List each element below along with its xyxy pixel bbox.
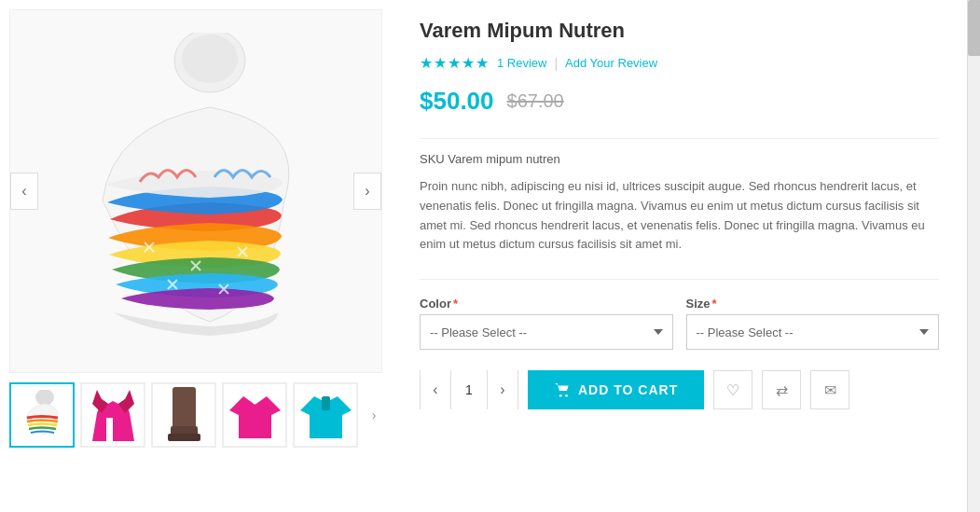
image-section: ‹ <box>0 0 392 512</box>
size-label: Size* <box>686 297 940 311</box>
add-review-link[interactable]: Add Your Review <box>565 56 657 70</box>
thumb-polo-icon <box>300 392 352 438</box>
thumbnails-next-button[interactable]: › <box>366 382 382 448</box>
options-row: Color* -- Please Select -- Red Blue Gree… <box>420 297 939 350</box>
thumbnail-3[interactable] <box>151 382 216 448</box>
svg-point-1 <box>182 35 238 83</box>
star-rating: ★★★★★ <box>420 54 490 72</box>
color-select[interactable]: -- Please Select -- Red Blue Green White <box>420 314 673 350</box>
size-select[interactable]: -- Please Select -- S M L XL <box>686 314 940 350</box>
thumbnail-strip: › <box>9 382 382 448</box>
compare-icon: ⇄ <box>776 381 788 399</box>
quantity-input[interactable] <box>450 370 488 409</box>
sku-row: SKU Varem mipum nutren <box>420 152 939 166</box>
divider-1 <box>420 138 939 139</box>
current-price: $50.00 <box>420 87 494 116</box>
next-image-button[interactable]: › <box>353 173 381 210</box>
cart-icon <box>554 382 571 397</box>
qty-decrease-button[interactable]: ‹ <box>421 370 450 409</box>
thumb-jacket-icon <box>92 390 134 441</box>
product-details-section: Varem Mipum Nutren ★★★★★ 1 Review | Add … <box>392 0 967 512</box>
thumbnail-2[interactable] <box>80 382 145 448</box>
thumbnail-4[interactable] <box>222 382 287 448</box>
scrollbar[interactable] <box>967 0 980 512</box>
product-main-image <box>47 33 345 350</box>
review-separator: | <box>554 56 558 71</box>
add-to-cart-button[interactable]: ADD TO CART <box>528 370 704 409</box>
wishlist-icon: ♡ <box>726 381 739 399</box>
product-description: Proin nunc nibh, adipiscing eu nisi id, … <box>420 177 939 255</box>
product-title: Varem Mipum Nutren <box>420 19 939 43</box>
svg-point-17 <box>559 394 562 397</box>
svg-rect-16 <box>322 396 330 410</box>
thumb-shirt-icon <box>229 392 281 438</box>
rating-row: ★★★★★ 1 Review | Add Your Review <box>420 54 939 72</box>
review-count[interactable]: 1 Review <box>497 56 546 70</box>
email-button[interactable]: ✉ <box>810 370 849 409</box>
cart-row: ‹ › ADD TO CART ♡ ⇄ <box>420 370 939 409</box>
email-icon: ✉ <box>824 381 836 399</box>
quantity-control: ‹ › <box>420 370 518 409</box>
price-row: $50.00 $67.00 <box>420 87 939 116</box>
scrollbar-thumb[interactable] <box>968 0 980 56</box>
color-option-group: Color* -- Please Select -- Red Blue Gree… <box>420 297 673 350</box>
qty-increase-button[interactable]: › <box>488 370 518 409</box>
prev-image-button[interactable]: ‹ <box>10 173 38 210</box>
thumbnail-1[interactable] <box>9 382 75 448</box>
main-image-container: ‹ <box>9 9 382 373</box>
size-option-group: Size* -- Please Select -- S M L XL <box>686 297 940 350</box>
original-price: $67.00 <box>507 90 564 112</box>
thumb-hat-icon <box>17 390 68 441</box>
divider-2 <box>420 279 939 280</box>
sku-value: Varem mipum nutren <box>448 152 559 166</box>
compare-button[interactable]: ⇄ <box>762 370 801 409</box>
sku-label: SKU <box>420 152 445 166</box>
svg-rect-15 <box>168 434 200 441</box>
add-to-cart-label: ADD TO CART <box>578 382 678 397</box>
thumb-boots-icon <box>168 387 200 443</box>
svg-point-12 <box>35 390 54 406</box>
thumbnail-5[interactable] <box>293 382 358 448</box>
wishlist-button[interactable]: ♡ <box>713 370 752 409</box>
color-label: Color* <box>420 297 673 311</box>
svg-rect-13 <box>173 387 196 429</box>
svg-point-18 <box>565 394 568 397</box>
